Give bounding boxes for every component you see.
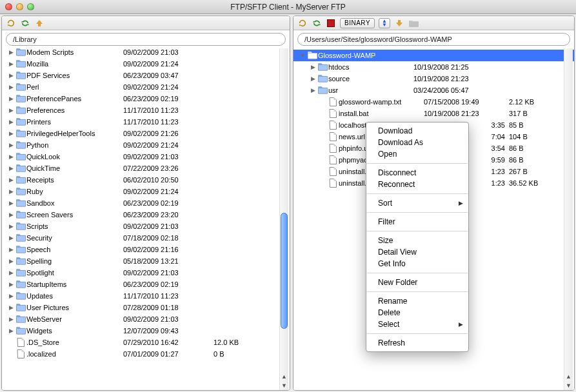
disclosure-triangle-icon[interactable]: ▶	[309, 75, 317, 82]
folder-row[interactable]: ▶ PDF Services06/23/2009 03:47	[2, 70, 290, 81]
menu-item-new-folder[interactable]: New Folder	[366, 277, 468, 288]
menu-item-refresh[interactable]: Refresh	[366, 337, 468, 349]
menu-item-filter[interactable]: Filter	[366, 216, 468, 228]
folder-row[interactable]: ▶ Python09/02/2009 21:24	[2, 139, 290, 151]
disclosure-triangle-icon[interactable]: ▶	[7, 188, 15, 195]
disclosure-triangle-icon[interactable]: ▶	[309, 87, 317, 93]
local-scroll-down[interactable]: ▼	[280, 381, 288, 390]
disclosure-triangle-icon[interactable]: ▶	[7, 281, 15, 288]
disclosure-triangle-icon[interactable]: ▶	[7, 165, 15, 172]
local-path-field[interactable]: /Library	[6, 33, 286, 46]
folder-row[interactable]: ▶ Receipts06/02/2010 20:50	[2, 174, 290, 186]
folder-row[interactable]: ▶ WebServer09/02/2009 21:03	[2, 313, 290, 325]
folder-row[interactable]: ▶ PrivilegedHelperTools09/02/2009 21:26	[2, 128, 290, 139]
menu-item-reconnect[interactable]: Reconnect	[366, 179, 468, 190]
menu-item-delete[interactable]: Delete	[366, 307, 468, 318]
disclosure-triangle-icon[interactable]: ▶	[7, 130, 15, 137]
disclosure-triangle-icon[interactable]: ▼	[299, 52, 306, 59]
folder-row[interactable]: ▶ Screen Savers06/23/2009 23:20	[2, 209, 290, 220]
refresh-icon[interactable]	[6, 18, 16, 28]
newfolder-icon[interactable]	[408, 18, 419, 28]
file-row[interactable]: .DS_Store07/29/2010 16:4212.0 KB	[2, 337, 290, 348]
menu-item-get-info[interactable]: Get Info	[366, 258, 468, 270]
download-icon[interactable]	[394, 18, 404, 28]
menu-item-open[interactable]: Open	[366, 148, 468, 160]
menu-item-sort[interactable]: Sort	[366, 197, 468, 209]
disclosure-triangle-icon[interactable]: ▶	[7, 72, 15, 79]
disclosure-triangle-icon[interactable]: ▶	[7, 177, 15, 183]
disclosure-triangle-icon[interactable]: ▶	[7, 293, 15, 299]
window-close-button[interactable]	[5, 3, 12, 10]
local-file-list[interactable]: ▶ Modem Scripts09/02/2009 21:03▶ Mozilla…	[2, 48, 290, 390]
folder-row[interactable]: ▶ QuickTime07/22/2009 23:26	[2, 162, 290, 174]
file-row[interactable]: install.bat10/19/2008 21:23317 B	[293, 108, 574, 119]
disclosure-triangle-icon[interactable]: ▶	[7, 49, 15, 55]
folder-row[interactable]: ▶ Mozilla09/02/2009 21:24	[2, 58, 290, 70]
menu-item-disconnect[interactable]: Disconnect	[366, 167, 468, 179]
folder-row[interactable]: ▶ Spelling05/18/2009 13:21	[2, 255, 290, 267]
window-minimize-button[interactable]	[16, 3, 23, 10]
disclosure-triangle-icon[interactable]: ▶	[7, 142, 15, 148]
folder-row[interactable]: ▶ Perl09/02/2009 21:24	[2, 81, 290, 93]
menu-item-select[interactable]: Select	[366, 318, 468, 330]
folder-row[interactable]: ▶ Updates11/17/2010 11:23	[2, 290, 290, 302]
folder-row[interactable]: ▶ source10/19/2008 21:23	[293, 73, 574, 84]
file-row[interactable]: glossword-wamp.txt07/15/2008 19:492.12 K…	[293, 96, 574, 108]
folder-row[interactable]: ▶ Security07/18/2009 02:18	[2, 232, 290, 244]
folder-row[interactable]: ▶ StartupItems06/23/2009 02:19	[2, 279, 290, 290]
disclosure-triangle-icon[interactable]: ▶	[7, 270, 15, 276]
local-scrollbar[interactable]: ▲ ▼	[279, 48, 288, 390]
folder-row[interactable]: ▶ PreferencePanes06/23/2009 02:19	[2, 93, 290, 104]
folder-row[interactable]: ▶ Ruby09/02/2009 21:24	[2, 186, 290, 197]
menu-item-download[interactable]: Download	[366, 125, 468, 137]
local-scroll-thumb[interactable]	[281, 213, 288, 329]
disclosure-triangle-icon[interactable]: ▶	[7, 223, 15, 230]
updown-icon[interactable]: ▲▼	[379, 18, 390, 28]
folder-row[interactable]: ▶ Speech09/02/2009 21:16	[2, 244, 290, 255]
disclosure-triangle-icon[interactable]: ▶	[7, 304, 15, 311]
menu-item-download-as[interactable]: Download As	[366, 137, 468, 148]
menu-item-size[interactable]: Size	[366, 235, 468, 246]
disclosure-triangle-icon[interactable]: ▶	[7, 258, 15, 264]
local-scroll-up[interactable]: ▲	[280, 372, 288, 381]
disclosure-triangle-icon[interactable]: ▶	[7, 61, 15, 67]
folder-row[interactable]: ▶ Preferences11/17/2010 11:23	[2, 104, 290, 116]
disclosure-triangle-icon[interactable]: ▶	[7, 235, 15, 241]
sync-icon[interactable]	[312, 18, 322, 28]
disclosure-triangle-icon[interactable]: ▶	[7, 84, 15, 90]
folder-row[interactable]: ▶ QuickLook09/02/2009 21:03	[2, 151, 290, 162]
disclosure-triangle-icon[interactable]: ▶	[7, 107, 15, 113]
file-row[interactable]: .localized07/01/2009 01:270 B	[2, 348, 290, 360]
folder-row[interactable]: ▶ usr03/24/2006 05:47	[293, 84, 574, 96]
refresh-icon[interactable]	[297, 18, 308, 28]
disclosure-triangle-icon[interactable]: ▶	[7, 153, 15, 160]
menu-item-detail-view[interactable]: Detail View	[366, 246, 468, 258]
disclosure-triangle-icon[interactable]: ▶	[7, 328, 15, 334]
disclosure-triangle-icon[interactable]: ▶	[7, 200, 15, 206]
folder-row[interactable]: ▶ Spotlight09/02/2009 21:03	[2, 267, 290, 279]
remote-scroll-down[interactable]: ▼	[564, 381, 573, 390]
folder-row[interactable]: ▶ Widgets12/07/2009 09:43	[2, 325, 290, 337]
folder-row[interactable]: ▼ Glossword-WAMP	[293, 50, 574, 61]
folder-row[interactable]: ▶ htdocs10/19/2008 21:25	[293, 61, 574, 73]
menu-item-rename[interactable]: Rename	[366, 295, 468, 307]
sync-icon[interactable]	[20, 18, 30, 28]
remote-file-list[interactable]: ▼ Glossword-WAMP▶ htdocs10/19/2008 21:25…	[293, 48, 574, 390]
context-menu[interactable]: DownloadDownload AsOpenDisconnectReconne…	[366, 122, 469, 352]
up-icon[interactable]	[34, 18, 45, 28]
folder-row[interactable]: ▶ Modem Scripts09/02/2009 21:03	[2, 48, 290, 58]
window-zoom-button[interactable]	[27, 3, 34, 10]
folder-row[interactable]: ▶ Sandbox06/23/2009 02:19	[2, 197, 290, 209]
disclosure-triangle-icon[interactable]: ▶	[7, 119, 15, 125]
remote-path-field[interactable]: /Users/user/Sites/glossword/Glossword-WA…	[297, 33, 570, 46]
transfer-mode-button[interactable]: BINARY	[340, 18, 375, 28]
folder-row[interactable]: ▶ User Pictures07/28/2009 01:18	[2, 302, 290, 313]
disclosure-triangle-icon[interactable]: ▶	[309, 64, 317, 70]
folder-row[interactable]: ▶ Scripts09/02/2009 21:03	[2, 220, 290, 232]
disclosure-triangle-icon[interactable]: ▶	[7, 211, 15, 218]
remote-scroll-up[interactable]: ▲	[564, 372, 573, 381]
disclosure-triangle-icon[interactable]: ▶	[7, 246, 15, 253]
remote-scrollbar[interactable]: ▲ ▼	[564, 48, 573, 390]
folder-row[interactable]: ▶ Printers11/17/2010 11:23	[2, 116, 290, 128]
disclosure-triangle-icon[interactable]: ▶	[7, 316, 15, 322]
